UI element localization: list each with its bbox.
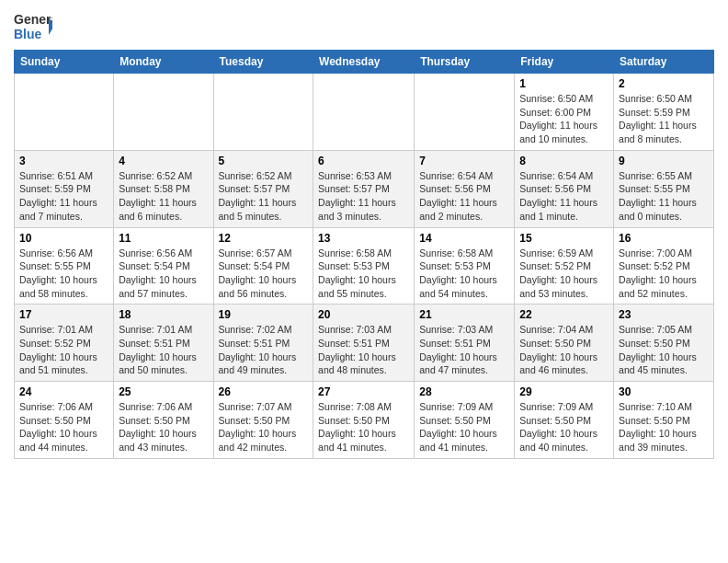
day-info: Sunrise: 7:03 AMSunset: 5:51 PMDaylight:… — [419, 323, 509, 377]
calendar-cell: 6Sunrise: 6:53 AMSunset: 5:57 PMDaylight… — [313, 150, 415, 227]
calendar-cell: 10Sunrise: 6:56 AMSunset: 5:55 PMDayligh… — [15, 227, 114, 304]
calendar-cell: 27Sunrise: 7:08 AMSunset: 5:50 PMDayligh… — [313, 382, 415, 459]
week-row-3: 10Sunrise: 6:56 AMSunset: 5:55 PMDayligh… — [15, 227, 714, 304]
day-number: 8 — [519, 155, 609, 167]
day-info: Sunrise: 7:10 AMSunset: 5:50 PMDaylight:… — [619, 400, 709, 454]
calendar-cell: 2Sunrise: 6:50 AMSunset: 5:59 PMDaylight… — [614, 74, 714, 151]
calendar-cell: 9Sunrise: 6:55 AMSunset: 5:55 PMDaylight… — [614, 150, 714, 227]
day-info: Sunrise: 7:08 AMSunset: 5:50 PMDaylight:… — [318, 400, 409, 454]
day-number: 7 — [419, 155, 509, 167]
calendar-cell: 8Sunrise: 6:54 AMSunset: 5:56 PMDaylight… — [515, 150, 614, 227]
calendar-cell: 24Sunrise: 7:06 AMSunset: 5:50 PMDayligh… — [15, 382, 114, 459]
weekday-header-row: SundayMondayTuesdayWednesdayThursdayFrid… — [15, 51, 714, 74]
calendar-cell: 16Sunrise: 7:00 AMSunset: 5:52 PMDayligh… — [614, 227, 714, 304]
calendar-cell: 26Sunrise: 7:07 AMSunset: 5:50 PMDayligh… — [213, 382, 313, 459]
day-info: Sunrise: 7:06 AMSunset: 5:50 PMDaylight:… — [19, 400, 108, 454]
day-info: Sunrise: 6:50 AMSunset: 5:59 PMDaylight:… — [619, 92, 709, 146]
week-row-5: 24Sunrise: 7:06 AMSunset: 5:50 PMDayligh… — [15, 382, 714, 459]
logo-svg: General Blue — [14, 9, 52, 42]
calendar-cell: 12Sunrise: 6:57 AMSunset: 5:54 PMDayligh… — [213, 227, 313, 304]
weekday-header-sunday: Sunday — [15, 51, 114, 74]
day-info: Sunrise: 7:06 AMSunset: 5:50 PMDaylight:… — [119, 400, 208, 454]
day-info: Sunrise: 7:02 AMSunset: 5:51 PMDaylight:… — [219, 323, 309, 377]
svg-text:General: General — [14, 12, 52, 27]
calendar-page: General Blue SundayMondayTuesdayWednesda… — [0, 0, 728, 473]
calendar-cell — [415, 74, 515, 151]
svg-text:Blue: Blue — [14, 27, 42, 41]
day-number: 15 — [519, 232, 609, 245]
day-number: 19 — [219, 308, 309, 321]
day-number: 11 — [119, 232, 208, 245]
day-number: 16 — [619, 232, 709, 245]
day-info: Sunrise: 7:03 AMSunset: 5:51 PMDaylight:… — [318, 323, 409, 377]
day-number: 1 — [519, 77, 609, 90]
logo: General Blue — [14, 9, 52, 42]
day-info: Sunrise: 6:52 AMSunset: 5:57 PMDaylight:… — [219, 169, 309, 224]
day-info: Sunrise: 7:09 AMSunset: 5:50 PMDaylight:… — [419, 400, 509, 454]
calendar-cell: 23Sunrise: 7:05 AMSunset: 5:50 PMDayligh… — [614, 304, 714, 382]
week-row-2: 3Sunrise: 6:51 AMSunset: 5:59 PMDaylight… — [15, 150, 714, 227]
day-number: 13 — [318, 232, 409, 245]
calendar-cell: 1Sunrise: 6:50 AMSunset: 6:00 PMDaylight… — [515, 74, 614, 151]
day-info: Sunrise: 7:05 AMSunset: 5:50 PMDaylight:… — [619, 323, 709, 377]
calendar-cell: 30Sunrise: 7:10 AMSunset: 5:50 PMDayligh… — [614, 382, 714, 459]
calendar-cell: 18Sunrise: 7:01 AMSunset: 5:51 PMDayligh… — [114, 304, 213, 382]
calendar-cell: 20Sunrise: 7:03 AMSunset: 5:51 PMDayligh… — [313, 304, 415, 382]
day-info: Sunrise: 7:01 AMSunset: 5:52 PMDaylight:… — [19, 323, 108, 377]
day-info: Sunrise: 6:58 AMSunset: 5:53 PMDaylight:… — [419, 247, 509, 301]
calendar-cell: 19Sunrise: 7:02 AMSunset: 5:51 PMDayligh… — [213, 304, 313, 382]
day-info: Sunrise: 6:53 AMSunset: 5:57 PMDaylight:… — [318, 169, 409, 224]
calendar-cell: 15Sunrise: 6:59 AMSunset: 5:52 PMDayligh… — [515, 227, 614, 304]
day-info: Sunrise: 7:07 AMSunset: 5:50 PMDaylight:… — [219, 400, 309, 454]
weekday-header-tuesday: Tuesday — [213, 51, 313, 74]
calendar-cell — [313, 74, 415, 151]
calendar-cell: 4Sunrise: 6:52 AMSunset: 5:58 PMDaylight… — [114, 150, 213, 227]
day-number: 29 — [519, 385, 609, 398]
day-number: 2 — [619, 77, 709, 90]
day-info: Sunrise: 6:59 AMSunset: 5:52 PMDaylight:… — [519, 247, 609, 301]
day-info: Sunrise: 6:52 AMSunset: 5:58 PMDaylight:… — [119, 169, 208, 224]
day-number: 10 — [19, 232, 108, 245]
calendar-cell: 21Sunrise: 7:03 AMSunset: 5:51 PMDayligh… — [415, 304, 515, 382]
calendar-cell: 28Sunrise: 7:09 AMSunset: 5:50 PMDayligh… — [415, 382, 515, 459]
day-number: 14 — [419, 232, 509, 245]
day-number: 28 — [419, 385, 509, 398]
day-info: Sunrise: 6:56 AMSunset: 5:55 PMDaylight:… — [19, 247, 108, 301]
calendar-table: SundayMondayTuesdayWednesdayThursdayFrid… — [14, 50, 714, 459]
day-number: 9 — [619, 155, 709, 167]
day-info: Sunrise: 7:01 AMSunset: 5:51 PMDaylight:… — [119, 323, 208, 377]
day-number: 24 — [19, 385, 108, 398]
weekday-header-friday: Friday — [515, 51, 614, 74]
day-number: 6 — [318, 155, 409, 167]
day-number: 17 — [19, 308, 108, 321]
day-info: Sunrise: 6:58 AMSunset: 5:53 PMDaylight:… — [318, 247, 409, 301]
weekday-header-saturday: Saturday — [614, 51, 714, 74]
calendar-cell: 22Sunrise: 7:04 AMSunset: 5:50 PMDayligh… — [515, 304, 614, 382]
calendar-cell: 14Sunrise: 6:58 AMSunset: 5:53 PMDayligh… — [415, 227, 515, 304]
calendar-cell: 17Sunrise: 7:01 AMSunset: 5:52 PMDayligh… — [15, 304, 114, 382]
calendar-cell: 7Sunrise: 6:54 AMSunset: 5:56 PMDaylight… — [415, 150, 515, 227]
calendar-cell: 29Sunrise: 7:09 AMSunset: 5:50 PMDayligh… — [515, 382, 614, 459]
day-number: 25 — [119, 385, 208, 398]
week-row-4: 17Sunrise: 7:01 AMSunset: 5:52 PMDayligh… — [15, 304, 714, 382]
weekday-header-thursday: Thursday — [415, 51, 515, 74]
day-info: Sunrise: 6:51 AMSunset: 5:59 PMDaylight:… — [19, 169, 108, 224]
calendar-cell — [114, 74, 213, 151]
day-number: 26 — [219, 385, 309, 398]
header: General Blue — [14, 9, 714, 42]
day-number: 18 — [119, 308, 208, 321]
day-number: 20 — [318, 308, 409, 321]
day-number: 23 — [619, 308, 709, 321]
day-info: Sunrise: 6:56 AMSunset: 5:54 PMDaylight:… — [119, 247, 208, 301]
calendar-cell — [15, 74, 114, 151]
day-info: Sunrise: 6:57 AMSunset: 5:54 PMDaylight:… — [219, 247, 309, 301]
day-info: Sunrise: 6:54 AMSunset: 5:56 PMDaylight:… — [519, 169, 609, 224]
day-number: 27 — [318, 385, 409, 398]
day-info: Sunrise: 6:55 AMSunset: 5:55 PMDaylight:… — [619, 169, 709, 224]
weekday-header-monday: Monday — [114, 51, 213, 74]
day-info: Sunrise: 6:54 AMSunset: 5:56 PMDaylight:… — [419, 169, 509, 224]
calendar-cell: 25Sunrise: 7:06 AMSunset: 5:50 PMDayligh… — [114, 382, 213, 459]
weekday-header-wednesday: Wednesday — [313, 51, 415, 74]
day-number: 5 — [219, 155, 309, 167]
day-number: 3 — [19, 155, 108, 167]
